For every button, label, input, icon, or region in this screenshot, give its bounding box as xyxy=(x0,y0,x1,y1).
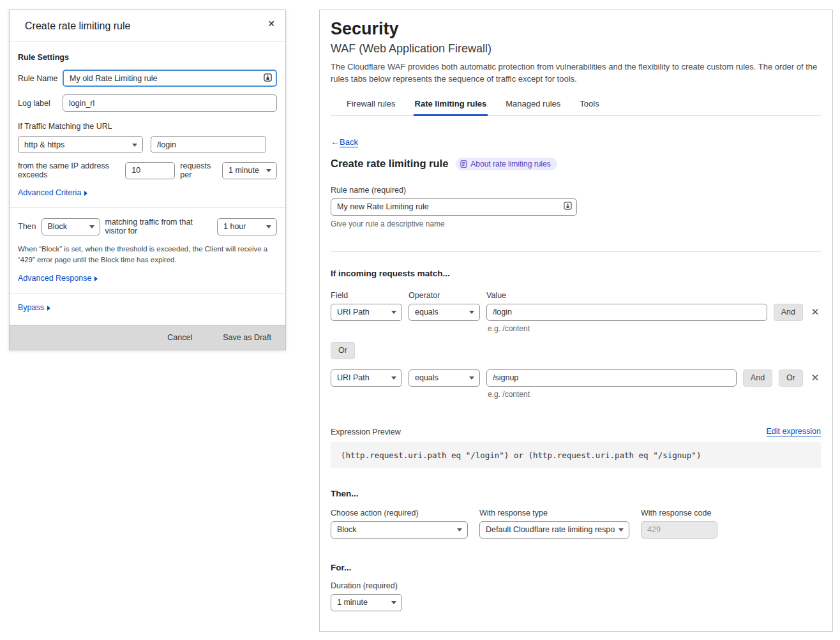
field-select[interactable]: URI Path xyxy=(331,369,402,387)
dropdown-caret-icon xyxy=(132,144,137,147)
dropdown-caret-icon xyxy=(391,601,396,604)
requests-per-text: requests per xyxy=(180,161,217,179)
divider xyxy=(10,293,285,294)
exceeds-prefix-text: from the same IP address exceeds xyxy=(18,161,120,179)
for-heading: For... xyxy=(331,563,821,572)
operator-select[interactable]: equals xyxy=(409,369,480,387)
block-note-text: When “Block” is set, when the threshold … xyxy=(18,244,277,265)
value-input[interactable] xyxy=(486,369,737,387)
rule-name-hint: Give your rule a descriptive name xyxy=(331,220,821,228)
and-button[interactable]: And xyxy=(774,304,803,321)
duration-select[interactable]: 1 minute xyxy=(331,594,402,611)
condition-row: URI Path equals And Or xyxy=(331,369,821,387)
tab-rate-limiting-rules[interactable]: Rate limiting rules xyxy=(414,93,488,115)
url-pattern-input[interactable] xyxy=(151,136,266,153)
log-label-label: Log label xyxy=(18,99,63,108)
modal-title: Create rate limiting rule xyxy=(25,20,130,31)
scheme-select[interactable]: http & https xyxy=(18,136,143,153)
waf-tabs: Firewall rules Rate limiting rules Manag… xyxy=(331,93,821,116)
remove-condition-icon[interactable] xyxy=(809,304,821,321)
about-rate-limiting-badge[interactable]: About rate limiting rules xyxy=(456,158,557,170)
url-match-row: http & https xyxy=(18,136,277,153)
choose-action-label: Choose action (required) xyxy=(331,509,468,517)
expression-preview-label: Expression Preview xyxy=(331,428,401,436)
modal-body: Rule Settings Rule Name Log label If Tra… xyxy=(10,41,285,312)
field-select[interactable]: URI Path xyxy=(331,304,402,321)
expander-arrow-icon xyxy=(94,276,98,281)
autofill-icon xyxy=(564,202,572,212)
dropdown-caret-icon xyxy=(266,169,271,172)
match-heading: If incoming requests match... xyxy=(331,269,821,278)
matching-traffic-text: matching traffic from that visitor for xyxy=(105,218,213,235)
operator-select[interactable]: equals xyxy=(409,304,480,321)
expander-arrow-icon xyxy=(47,306,50,311)
threshold-row: from the same IP address exceeds request… xyxy=(18,161,277,179)
page-subtitle: WAF (Web Application Firewall) xyxy=(331,42,821,56)
tab-managed-rules[interactable]: Managed rules xyxy=(504,93,562,115)
condition-column-labels: Field Operator Value xyxy=(331,291,821,300)
dropdown-caret-icon xyxy=(457,528,462,532)
rule-name-input[interactable] xyxy=(331,198,577,216)
operator-column-label: Operator xyxy=(409,291,480,300)
rule-name-row: Rule Name xyxy=(18,70,277,87)
divider xyxy=(331,251,821,252)
period-select[interactable]: 1 minute xyxy=(222,162,277,179)
action-select[interactable]: Block xyxy=(41,218,100,235)
rule-name-label: Rule Name xyxy=(18,74,63,83)
back-link[interactable]: Back xyxy=(331,137,358,147)
cancel-button[interactable]: Cancel xyxy=(163,332,196,343)
page-description: The Cloudflare WAF provides both automat… xyxy=(331,61,821,86)
response-code-input xyxy=(641,521,717,539)
response-code-column: With response code xyxy=(641,509,717,539)
close-icon[interactable] xyxy=(266,18,277,29)
expression-preview-code: (http.request.uri.path eq "/login") or (… xyxy=(331,442,821,468)
edit-expression-link[interactable]: Edit expression xyxy=(767,427,821,436)
response-code-label: With response code xyxy=(641,509,717,517)
modal-header: Create rate limiting rule xyxy=(10,10,285,41)
dropdown-caret-icon xyxy=(89,225,94,228)
security-waf-panel: Security WAF (Web Application Firewall) … xyxy=(319,10,833,632)
condition-row: URI Path equals And xyxy=(331,304,821,321)
rule-settings-heading: Rule Settings xyxy=(18,53,277,62)
or-connector-button[interactable]: Or xyxy=(331,342,355,359)
tab-tools[interactable]: Tools xyxy=(578,93,600,115)
block-duration-select[interactable]: 1 hour xyxy=(217,218,277,235)
response-type-select[interactable]: Default Cloudflare rate limiting respons… xyxy=(479,521,629,539)
value-column-label: Value xyxy=(486,291,558,300)
form-heading: Create rate limiting rule xyxy=(331,158,448,170)
back-arrow-icon xyxy=(331,137,340,147)
remove-condition-icon[interactable] xyxy=(809,369,821,387)
create-rate-limiting-rule-modal: Create rate limiting rule Rule Settings … xyxy=(9,10,286,350)
page-title: Security xyxy=(331,19,821,39)
bypass-link[interactable]: Bypass xyxy=(18,303,50,312)
tab-firewall-rules[interactable]: Firewall rules xyxy=(345,93,397,115)
divider xyxy=(10,207,285,208)
expander-arrow-icon xyxy=(84,191,87,196)
autofill-icon xyxy=(264,73,272,84)
then-text: Then xyxy=(18,222,36,231)
value-input[interactable] xyxy=(486,304,767,321)
response-type-label: With response type xyxy=(479,509,629,517)
duration-label: Duration (required) xyxy=(331,581,821,590)
log-label-input[interactable] xyxy=(63,94,277,112)
requests-input[interactable] xyxy=(125,162,175,179)
rule-name-input[interactable] xyxy=(63,70,277,87)
or-button[interactable]: Or xyxy=(779,369,803,387)
response-type-column: With response type Default Cloudflare ra… xyxy=(479,509,629,539)
doc-icon xyxy=(460,160,467,168)
modal-footer: Cancel Save as Draft xyxy=(10,325,285,350)
dropdown-caret-icon xyxy=(391,311,396,314)
value-hint: e.g. /content xyxy=(488,390,821,399)
advanced-response-link[interactable]: Advanced Response xyxy=(18,274,98,283)
dropdown-caret-icon xyxy=(469,311,474,314)
traffic-matching-heading: If Traffic Matching the URL xyxy=(18,122,277,131)
dropdown-caret-icon xyxy=(391,376,396,380)
save-as-draft-button[interactable]: Save as Draft xyxy=(219,332,275,343)
dropdown-caret-icon xyxy=(469,376,474,380)
advanced-criteria-link[interactable]: Advanced Criteria xyxy=(18,188,87,197)
value-hint: e.g. /content xyxy=(488,324,821,333)
rule-name-label: Rule name (required) xyxy=(331,186,821,195)
then-heading: Then... xyxy=(331,489,821,498)
action-select[interactable]: Block xyxy=(331,521,468,539)
and-button[interactable]: And xyxy=(743,369,772,387)
